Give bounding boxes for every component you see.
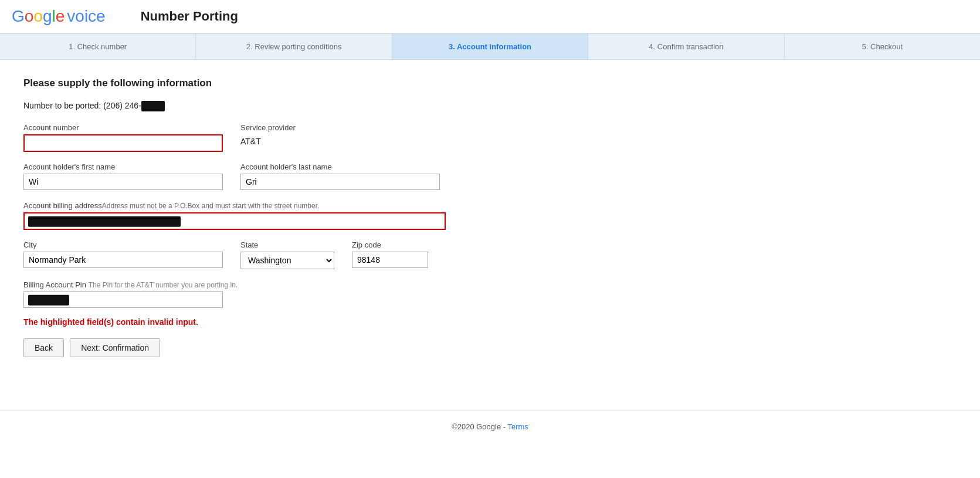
billing-address-label-row: Account billing addressAddress must not … <box>23 201 504 210</box>
state-label: State <box>240 240 334 249</box>
row-names: Account holder's first name Account hold… <box>23 162 504 190</box>
billing-address-input[interactable] <box>23 212 446 230</box>
main-content: Please supply the following information … <box>0 60 528 375</box>
number-label: Number to be ported: <box>23 101 101 110</box>
service-provider-group: Service provider AT&T <box>240 123 296 152</box>
error-message: The highlighted field(s) contain invalid… <box>23 317 504 327</box>
row-city-state-zip: City State AlabamaAlaskaArizonaArkansasC… <box>23 240 504 269</box>
first-name-input[interactable] <box>23 174 223 190</box>
footer-copyright: ©2020 Google - <box>452 422 507 431</box>
zip-input[interactable] <box>352 252 428 268</box>
header: Google voice Number Porting <box>0 0 980 33</box>
service-provider-value: AT&T <box>240 134 296 146</box>
back-button[interactable]: Back <box>23 338 64 357</box>
last-name-group: Account holder's last name <box>240 162 440 190</box>
number-value: (206) 246- <box>103 101 165 110</box>
zip-label: Zip code <box>352 240 428 249</box>
first-name-group: Account holder's first name <box>23 162 223 190</box>
step-1[interactable]: 1. Check number <box>0 34 196 59</box>
billing-address-hint: Address must not be a P.O.Box and must s… <box>102 202 320 210</box>
account-number-label: Account number <box>23 123 223 132</box>
row-account-service: Account number Service provider AT&T <box>23 123 504 152</box>
billing-address-group: Account billing addressAddress must not … <box>23 201 504 230</box>
step-2[interactable]: 2. Review porting conditions <box>196 34 392 59</box>
logo-area: Google voice <box>12 7 106 26</box>
step-4[interactable]: 4. Confirm transaction <box>588 34 784 59</box>
pin-label-row: Billing Account Pin The Pin for the AT&T… <box>23 280 504 289</box>
step-3[interactable]: 3. Account information <box>392 34 588 59</box>
last-name-label: Account holder's last name <box>240 162 440 171</box>
google-logo: Google <box>12 7 65 26</box>
city-group: City <box>23 240 223 269</box>
buttons-row: Back Next: Confirmation <box>23 338 504 357</box>
section-title: Please supply the following information <box>23 77 504 89</box>
pin-input[interactable] <box>23 291 223 308</box>
next-button[interactable]: Next: Confirmation <box>70 338 160 357</box>
service-provider-label: Service provider <box>240 123 296 132</box>
billing-address-label: Account billing address <box>23 201 102 210</box>
city-input[interactable] <box>23 252 223 268</box>
terms-link[interactable]: Terms <box>507 422 528 431</box>
voice-logo: voice <box>67 7 105 26</box>
steps-nav: 1. Check number 2. Review porting condit… <box>0 33 980 60</box>
zip-group: Zip code <box>352 240 428 269</box>
step-5[interactable]: 5. Checkout <box>785 34 980 59</box>
pin-hint: The Pin for the AT&T number you are port… <box>89 281 238 289</box>
state-group: State AlabamaAlaskaArizonaArkansasCalifo… <box>240 240 334 269</box>
state-select[interactable]: AlabamaAlaskaArizonaArkansasCaliforniaCo… <box>240 252 334 269</box>
city-label: City <box>23 240 223 249</box>
page-title: Number Porting <box>141 9 238 24</box>
account-number-group: Account number <box>23 123 223 152</box>
first-name-label: Account holder's first name <box>23 162 223 171</box>
last-name-input[interactable] <box>240 174 440 190</box>
number-info: Number to be ported: (206) 246- <box>23 101 504 111</box>
pin-label: Billing Account Pin <box>23 280 86 289</box>
pin-group: Billing Account Pin The Pin for the AT&T… <box>23 280 504 308</box>
footer: ©2020 Google - Terms <box>0 410 980 443</box>
account-number-input[interactable] <box>23 134 223 152</box>
